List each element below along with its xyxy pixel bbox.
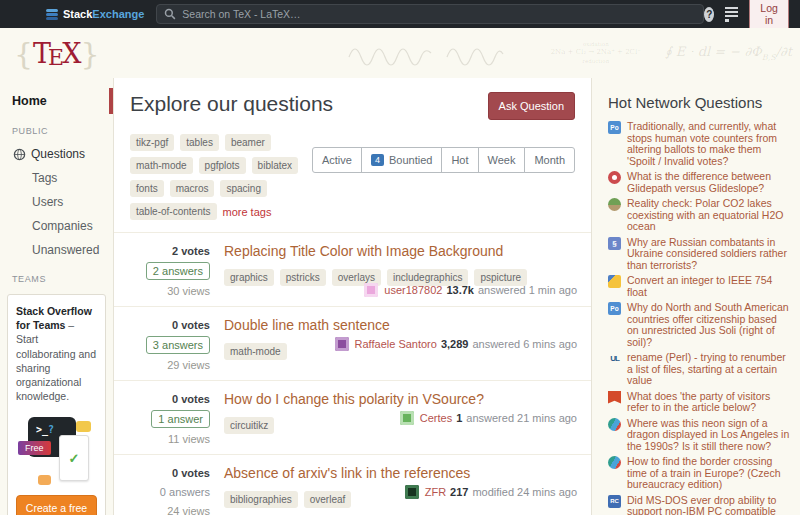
tag-pill[interactable]: graphics (224, 269, 274, 286)
sidebar-item-questions[interactable]: Questions (0, 142, 113, 166)
tag-pill[interactable]: tables (180, 134, 219, 151)
hot-question-link[interactable]: How to find the border crossing time of … (627, 456, 790, 491)
hot-question-link[interactable]: Reality check: Polar CO2 lakes coexistin… (627, 198, 790, 233)
user-link[interactable]: user187802 (384, 284, 442, 296)
tag-pill[interactable]: biblatex (252, 157, 298, 174)
avatar[interactable] (364, 283, 378, 297)
tag-pill[interactable]: overleaf (304, 491, 352, 508)
question-row: 0 votes 3 answers 29 views Double line m… (114, 306, 591, 380)
tag-pill[interactable]: spacing (220, 180, 266, 197)
tag-pill[interactable]: math-mode (130, 157, 193, 174)
create-team-button[interactable]: Create a free Team (16, 495, 97, 515)
answer-count: 0 answers (160, 484, 210, 500)
help-icon[interactable]: ? (704, 7, 714, 22)
hot-question[interactable]: Where was this neon sign of a dragon dis… (608, 418, 790, 453)
question-filter-group: Active 4 Bountied Hot Week Month (312, 147, 575, 173)
question-title-link[interactable]: Replacing Title Color with Image Backgro… (224, 243, 503, 261)
search-input[interactable] (182, 8, 696, 20)
hot-question[interactable]: How to find the border crossing time of … (608, 456, 790, 491)
hot-question-link[interactable]: rename (Perl) - trying to renumber a lis… (627, 352, 790, 387)
tag-pill[interactable]: math-mode (224, 343, 287, 360)
hot-question-link[interactable]: What does 'the party of visitors refer t… (627, 391, 790, 414)
user-link[interactable]: ZFR (425, 486, 446, 498)
top-bar: StackExchange ? Log in Sign up (0, 0, 800, 28)
tag-pill[interactable]: fonts (130, 180, 164, 197)
tag-pill[interactable]: bibliographies (224, 491, 298, 508)
hot-question[interactable]: UL rename (Perl) - trying to renumber a … (608, 352, 790, 387)
answer-count: 3 answers (146, 336, 210, 354)
hot-question[interactable]: RC Did MS-DOS ever drop ability to suppo… (608, 495, 790, 515)
logo-brace-left: { (14, 36, 33, 71)
decorative-chem-equation: oxidation 2Na + Cl₂ → 2Na⁺ + 2Cl⁻ reduct… (551, 41, 641, 64)
hot-question-link[interactable]: Did MS-DOS ever drop ability to support … (627, 495, 790, 515)
retrocomputing-site-icon: RC (608, 495, 621, 508)
politics-site-icon: Po (608, 121, 621, 134)
site-header: { T E X } oxidation 2Na + Cl₂ → 2Na⁺ + 2… (0, 28, 800, 78)
hot-question[interactable]: Po Traditionally, and currently, what st… (608, 121, 790, 167)
question-stats: 0 votes 1 answer 11 views (114, 390, 210, 445)
stackexchange-logo[interactable]: StackExchange (46, 8, 144, 20)
chat-bubble-icon-2 (38, 475, 51, 485)
tag-pill[interactable]: circuitikz (224, 417, 274, 434)
question-attribution: user187802 13.7k answered 1 min ago (364, 283, 577, 297)
hot-question[interactable]: Po Why do North and South American count… (608, 302, 790, 348)
tag-pill[interactable]: tikz-pgf (130, 134, 174, 151)
hot-question-link[interactable]: Traditionally, and currently, what stops… (627, 121, 790, 167)
sidebar-item-unanswered[interactable]: Unanswered (0, 238, 113, 262)
travel-site-icon (608, 456, 621, 469)
hot-question[interactable]: Convert an integer to IEEE 754 float (608, 275, 790, 298)
more-tags-link[interactable]: more tags (223, 206, 272, 218)
hot-question[interactable]: § Why are Russian combatants in Ukraine … (608, 237, 790, 272)
hot-question[interactable]: Reality check: Polar CO2 lakes coexistin… (608, 198, 790, 233)
tex-site-logo[interactable]: { T E X } (14, 36, 100, 71)
hot-question-link[interactable]: Where was this neon sign of a dragon dis… (627, 418, 790, 453)
view-count: 24 views (167, 505, 210, 515)
left-sidebar: Home PUBLIC Questions Tags Users Compani… (0, 78, 113, 515)
code-golf-site-icon (608, 275, 621, 288)
tag-pill[interactable]: table-of-contents (130, 203, 217, 220)
chinese-language-site-icon (608, 391, 621, 404)
tag-pill[interactable]: pgfplots (199, 157, 246, 174)
hot-question-link[interactable]: What is the difference between Glidepath… (627, 171, 790, 194)
tag-pill[interactable]: pstricks (280, 269, 326, 286)
sidebar-item-companies[interactable]: Companies (0, 214, 113, 238)
filter-active[interactable]: Active (312, 147, 362, 173)
question-title-link[interactable]: How do I change this polarity in VSource… (224, 391, 484, 409)
tag-pill[interactable]: beamer (225, 134, 271, 151)
vote-count: 0 votes (172, 319, 210, 331)
teams-promo-text: Stack Overflow for Teams – Start collabo… (16, 304, 97, 403)
avatar[interactable] (335, 337, 349, 351)
hot-question-link[interactable]: Why are Russian combatants in Ukraine co… (627, 237, 790, 272)
checklist-graphic: ✓ (59, 435, 89, 481)
hot-question-link[interactable]: Convert an integer to IEEE 754 float (627, 275, 790, 298)
sidebar-item-home[interactable]: Home (0, 88, 113, 114)
ask-question-button[interactable]: Ask Question (488, 92, 575, 120)
stackexchange-logo-icon (46, 9, 58, 20)
user-link[interactable]: Raffaele Santoro (355, 338, 437, 350)
avatar[interactable] (405, 485, 419, 499)
hot-question-link[interactable]: Why do North and South American countrie… (627, 302, 790, 348)
page-title: Explore our questions (130, 92, 333, 116)
search-bar[interactable] (156, 4, 704, 24)
hot-question[interactable]: What is the difference between Glidepath… (608, 171, 790, 194)
user-link[interactable]: Certes (420, 412, 452, 424)
sidebar-item-users[interactable]: Users (0, 190, 113, 214)
travel-site-icon (608, 418, 621, 431)
filter-month[interactable]: Month (524, 147, 575, 173)
hot-question[interactable]: What does 'the party of visitors refer t… (608, 391, 790, 414)
view-count: 11 views (168, 433, 210, 445)
question-title-link[interactable]: Double line math sentence (224, 317, 390, 335)
filter-week[interactable]: Week (478, 147, 526, 173)
filter-bountied[interactable]: 4 Bountied (361, 147, 442, 173)
sidebar-item-tags[interactable]: Tags (0, 166, 113, 190)
logo-brace-right: } (80, 36, 99, 71)
avatar[interactable] (400, 411, 414, 425)
question-row: 0 votes 1 answer 11 views How do I chang… (114, 380, 591, 454)
filter-hot[interactable]: Hot (441, 147, 478, 173)
login-button[interactable]: Log in (749, 0, 788, 31)
tag-pill[interactable]: macros (170, 180, 215, 197)
activity-time: modified 24 mins ago (472, 486, 577, 498)
communities-menu-icon[interactable] (725, 7, 738, 22)
question-title-link[interactable]: Absence of arxiv's link in the reference… (224, 465, 470, 483)
active-nav-accent (109, 88, 113, 114)
